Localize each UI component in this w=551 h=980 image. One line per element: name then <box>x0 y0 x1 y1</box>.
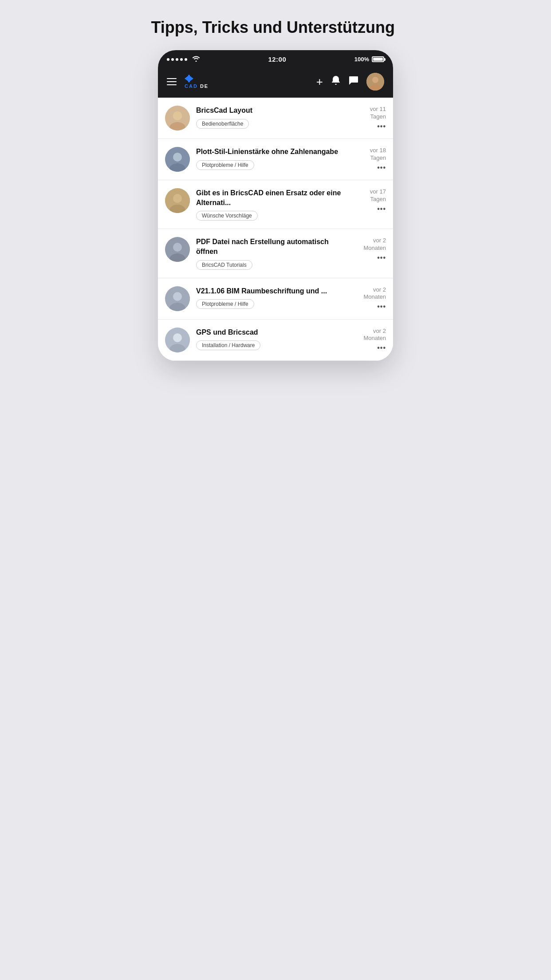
item-time: vor 18Tagen <box>370 147 386 162</box>
item-meta: vor 2Monaten ••• <box>357 286 386 311</box>
svg-point-17 <box>173 292 182 301</box>
nav-left: CAD DE <box>167 75 209 89</box>
item-meta: vor 2Monaten ••• <box>357 237 386 262</box>
nav-header: CAD DE + <box>158 67 393 98</box>
feed-item[interactable]: V21.1.06 BIM Raumbeschriftung und ... Pl… <box>158 278 393 320</box>
item-body: V21.1.06 BIM Raumbeschriftung und ... Pl… <box>196 286 351 309</box>
battery-icon <box>372 56 384 62</box>
feed-item[interactable]: PDF Datei nach Erstellung automatisch öf… <box>158 229 393 278</box>
status-right: 100% <box>354 56 384 63</box>
item-tag[interactable]: Installation / Hardware <box>196 340 260 350</box>
item-title: GPS und Bricscad <box>196 328 351 337</box>
page-title: Tipps, Tricks und Unterstützung <box>138 18 413 50</box>
svg-point-1 <box>372 77 378 83</box>
feed-item[interactable]: Gibt es in BricsCAD einen Ersatz oder ei… <box>158 180 393 229</box>
more-options-button[interactable]: ••• <box>377 164 386 172</box>
item-avatar <box>165 237 190 262</box>
item-time: vor 2Monaten <box>363 328 386 343</box>
item-meta: vor 18Tagen ••• <box>357 147 386 172</box>
feed-item[interactable]: GPS und Bricscad Installation / Hardware… <box>158 320 393 361</box>
svg-point-6 <box>173 111 182 120</box>
nav-right: + <box>316 73 384 91</box>
status-time: 12:00 <box>268 55 286 63</box>
item-tag[interactable]: Plotprobleme / Hilfe <box>196 160 254 170</box>
item-time: vor 11Tagen <box>370 106 386 121</box>
logo: CAD DE <box>185 75 209 89</box>
item-title: Plott-Stil-Linienstärke ohne Zahlenangab… <box>196 147 351 157</box>
notifications-button[interactable] <box>331 75 341 88</box>
item-tag[interactable]: Wünsche Vorschläge <box>196 211 258 221</box>
svg-point-11 <box>173 194 182 203</box>
more-options-button[interactable]: ••• <box>377 303 386 311</box>
item-title: Gibt es in BricsCAD einen Ersatz oder ei… <box>196 188 351 207</box>
more-options-button[interactable]: ••• <box>377 344 386 352</box>
status-left <box>167 55 200 63</box>
messages-button[interactable] <box>349 75 358 88</box>
item-avatar <box>165 286 190 311</box>
page-wrapper: Tipps, Tricks und Unterstützung <box>138 0 413 490</box>
svg-point-20 <box>173 333 182 342</box>
item-body: Gibt es in BricsCAD einen Ersatz oder ei… <box>196 188 351 221</box>
item-title: BricsCad Layout <box>196 106 351 115</box>
svg-point-8 <box>173 153 182 162</box>
wifi-icon <box>192 55 200 63</box>
logo-text: CAD DE <box>185 83 209 89</box>
status-bar: 12:00 100% <box>158 50 393 67</box>
signal-dots <box>167 58 187 61</box>
item-title: V21.1.06 BIM Raumbeschriftung und ... <box>196 286 351 296</box>
user-avatar[interactable] <box>366 73 384 91</box>
item-time: vor 2Monaten <box>363 286 386 301</box>
item-tag[interactable]: BricsCAD Tutorials <box>196 260 252 270</box>
logo-arrows <box>185 75 193 83</box>
item-title: PDF Datei nach Erstellung automatisch öf… <box>196 237 351 256</box>
phone-frame: 12:00 100% <box>158 50 393 360</box>
feed-item[interactable]: Plott-Stil-Linienstärke ohne Zahlenangab… <box>158 139 393 180</box>
item-time: vor 2Monaten <box>363 237 386 252</box>
item-time: vor 17Tagen <box>370 188 386 203</box>
hamburger-button[interactable] <box>167 78 177 85</box>
item-avatar <box>165 328 190 352</box>
more-options-button[interactable]: ••• <box>377 122 386 130</box>
svg-point-14 <box>173 243 182 252</box>
item-meta: vor 17Tagen ••• <box>357 188 386 213</box>
item-meta: vor 2Monaten ••• <box>357 328 386 352</box>
item-body: GPS und Bricscad Installation / Hardware <box>196 328 351 351</box>
battery-percent: 100% <box>354 56 369 63</box>
feed-item[interactable]: BricsCad Layout Bedienoberfläche vor 11T… <box>158 98 393 139</box>
item-body: PDF Datei nach Erstellung automatisch öf… <box>196 237 351 269</box>
more-options-button[interactable]: ••• <box>377 254 386 262</box>
item-meta: vor 11Tagen ••• <box>357 106 386 130</box>
feed-content: BricsCad Layout Bedienoberfläche vor 11T… <box>158 98 393 360</box>
add-button[interactable]: + <box>316 75 323 89</box>
item-body: BricsCad Layout Bedienoberfläche <box>196 106 351 129</box>
item-tag[interactable]: Bedienoberfläche <box>196 119 249 129</box>
item-avatar <box>165 106 190 130</box>
item-tag[interactable]: Plotprobleme / Hilfe <box>196 299 254 309</box>
more-options-button[interactable]: ••• <box>377 205 386 213</box>
item-avatar <box>165 147 190 172</box>
item-body: Plott-Stil-Linienstärke ohne Zahlenangab… <box>196 147 351 170</box>
arrow-right-icon <box>188 75 193 83</box>
item-avatar <box>165 188 190 213</box>
